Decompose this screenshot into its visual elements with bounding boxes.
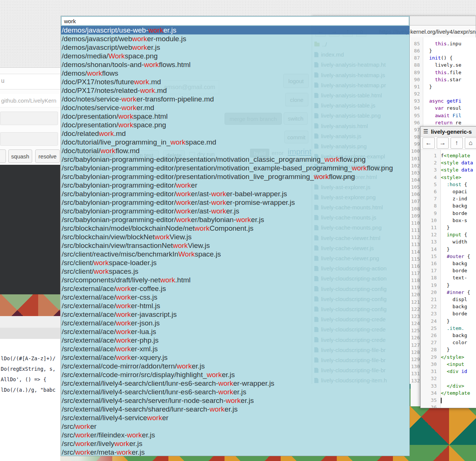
- search-result-item[interactable]: /src/external/ace/worker-xml.js: [61, 345, 409, 353]
- search-result-item[interactable]: /doc/PX17/notes/related-work.md: [61, 86, 409, 95]
- code-line: [441, 404, 476, 408]
- line-number: 110: [411, 219, 420, 227]
- search-result-item[interactable]: /src/external/ace/worker-lua.js: [61, 327, 409, 336]
- search-result-item[interactable]: /src/babylonian-programming-editor/worke…: [61, 189, 409, 198]
- search-result-item[interactable]: /src/babylonian-programming-editor/prese…: [61, 164, 409, 172]
- code-lines[interactable]: this.inpu } init() { lively.se this.file…: [423, 40, 476, 126]
- back-icon[interactable]: ←: [422, 137, 435, 149]
- search-result-item[interactable]: /doc/notes/service-worker.md: [61, 103, 409, 112]
- search-result-item[interactable]: /doc/presentation/workspace.png: [61, 121, 409, 129]
- search-result-item[interactable]: /doc/tutorial/live_programming_in_worksp…: [61, 138, 409, 146]
- search-result-item[interactable]: /src/client/workspace-loader.js: [61, 258, 409, 267]
- code-editor-pane[interactable]: 1234567891011121314151617181920212223242…: [421, 150, 476, 408]
- line-number: 6: [421, 188, 437, 195]
- search-result-item[interactable]: /doc/PX17/notes/futurework.md: [61, 78, 409, 86]
- search-result-item[interactable]: /src/babylonian-programming-editor/worke…: [61, 181, 409, 189]
- code-line: #outer {: [441, 253, 476, 260]
- search-result-item[interactable]: /src/client/reactive/misc/benchmarkInWor…: [61, 250, 409, 258]
- search-result-item[interactable]: /demos/workflows: [61, 69, 409, 78]
- menu-icon[interactable]: ☰: [423, 128, 428, 135]
- forward-icon[interactable]: →: [437, 137, 449, 149]
- line-number: 15: [421, 253, 437, 260]
- line-number: 95: [411, 112, 420, 119]
- search-result-item[interactable]: /demos/javascript/webworker.js: [61, 43, 409, 52]
- line-number: 97: [411, 126, 420, 133]
- search-result-item[interactable]: /src/external/lively4-search/server/lunr…: [61, 396, 409, 405]
- search-result-item[interactable]: /src/blockchain/view/transactionNetworkV…: [61, 241, 409, 250]
- up-icon[interactable]: ↑: [451, 137, 463, 149]
- resolve-button[interactable]: resolve: [35, 149, 60, 163]
- sync-repo-url-field[interactable]: github.com/LivelyKern: [0, 94, 60, 107]
- line-number: 34: [421, 389, 437, 397]
- search-result-item[interactable]: /src/worker/fileindex-worker.js: [61, 431, 409, 439]
- search-result-item[interactable]: /src/worker: [61, 422, 409, 431]
- search-result-item[interactable]: /demos/javascript/webworker-module.js: [61, 34, 409, 43]
- left-code-editor[interactable]: lDo(/(#[A-Za-z]+)/Do(regExString, s,AllD…: [0, 339, 60, 461]
- line-number: 109: [411, 212, 420, 219]
- code-line: backg: [441, 202, 476, 209]
- search-result-item[interactable]: /src/blockchain/view/blockNetworkView.js: [61, 233, 409, 241]
- search-result-item[interactable]: /src/external/ace/worker-json.js: [61, 319, 409, 327]
- code-line: this.star: [423, 76, 476, 83]
- search-result-item[interactable]: /src/external/code-mirror/addon/tern/wor…: [61, 362, 409, 370]
- search-result-item[interactable]: /src/external/lively4-serviceworker: [61, 413, 409, 422]
- search-result-item[interactable]: /demos/media/Workspace.png: [61, 52, 409, 60]
- search-result-item[interactable]: /src/worker/livelyworker.js: [61, 439, 409, 448]
- search-result-item[interactable]: /src/external/ace/worker-javascript.js: [61, 310, 409, 319]
- line-number: 102: [411, 162, 420, 169]
- search-result-item[interactable]: /src/external/ace/worker-css.js: [61, 293, 409, 301]
- file-search-overlay: /demos/javascript/use-web-worker.js/demo…: [61, 16, 410, 456]
- editor-window-titlebar[interactable]: ☰ lively-generic-s: [421, 127, 476, 137]
- sync-field-empty-1[interactable]: [0, 112, 58, 125]
- search-result-item[interactable]: /doc/relatedwork.md: [61, 129, 409, 138]
- search-result-item[interactable]: /src/blockchain/model/blockchainNode/net…: [61, 224, 409, 233]
- line-number: 91: [411, 83, 420, 90]
- line-number: 28: [421, 346, 437, 353]
- home-icon[interactable]: ⌂: [465, 137, 476, 149]
- search-input[interactable]: [61, 16, 409, 25]
- search-result-item[interactable]: /doc/notes/service-worker-transform-pipe…: [61, 95, 409, 103]
- line-number-gutter: 1234567891011121314151617181920212223242…: [421, 150, 441, 408]
- line-number: 104: [411, 176, 420, 184]
- line-number: 125: [411, 327, 420, 334]
- search-result-item[interactable]: /src/external/lively4-search/shared/lunr…: [61, 405, 409, 413]
- code-line: async getFi: [423, 97, 476, 104]
- line-number: 5: [421, 181, 437, 188]
- search-result-item[interactable]: /src/external/ace/worker-xquery.js: [61, 353, 409, 362]
- line-number: 108: [411, 205, 420, 212]
- line-number: 94: [411, 104, 420, 112]
- search-result-item[interactable]: /src/external/lively4-search/client/lunr…: [61, 379, 409, 388]
- line-number: 25: [421, 325, 437, 332]
- code-line: }: [441, 246, 476, 253]
- search-result-item[interactable]: /src/external/code-mirror/src/display/hi…: [61, 370, 409, 379]
- code-lines[interactable]: f<template<style data<style data<style> …: [441, 152, 476, 408]
- sync-field-empty-2[interactable]: [0, 132, 58, 146]
- search-result-item[interactable]: /src/worker/meta-worker.js: [61, 448, 409, 456]
- code-line: #inner {: [441, 289, 476, 296]
- search-result-item[interactable]: /src/babylonian-programming-editor/worke…: [61, 198, 409, 207]
- search-result-item[interactable]: /src/client/workspaces.js: [61, 267, 409, 276]
- sync-username-field[interactable]: u: [0, 74, 60, 90]
- search-result-item[interactable]: /doc/tutorial/workflow.md: [61, 146, 409, 155]
- search-result-item[interactable]: /doc/presentation/workspace.html: [61, 112, 409, 121]
- code-line: </div>: [441, 382, 476, 389]
- code-line: backg: [441, 332, 476, 339]
- search-result-item[interactable]: /src/external/ace/worker-php.js: [61, 336, 409, 345]
- code-line: lDo(/(#[A-Za-z]+)/: [0, 353, 60, 364]
- line-number: 122: [411, 306, 420, 313]
- squash-button[interactable]: squash: [8, 149, 32, 163]
- search-result-item[interactable]: /src/components/draft/lively-network.htm…: [61, 276, 409, 284]
- code-line: Do(regExString, s,: [0, 364, 60, 374]
- search-result-item[interactable]: /src/external/lively4-search/client/lunr…: [61, 388, 409, 396]
- search-result-item[interactable]: /src/external/ace/worker-html.js: [61, 301, 409, 310]
- search-result-item[interactable]: /src/babylonian-programming-editor/prese…: [61, 172, 409, 181]
- search-result-item[interactable]: /src/external/ace/worker-coffee.js: [61, 284, 409, 293]
- search-result-item[interactable]: /src/babylonian-programming-editor/prese…: [61, 155, 409, 164]
- search-result-item[interactable]: /src/babylonian-programming-editor/worke…: [61, 207, 409, 215]
- line-number: 105: [411, 184, 420, 191]
- search-result-item[interactable]: /src/babylonian-programming-editor/worke…: [61, 215, 409, 224]
- search-result-item[interactable]: /demos/shonan/tools-and-workflows.html: [61, 60, 409, 69]
- search-result-item[interactable]: /demos/javascript/use-web-worker.js: [61, 26, 409, 34]
- diff-button[interactable]: ff: [0, 149, 6, 163]
- line-number: 24: [421, 318, 437, 325]
